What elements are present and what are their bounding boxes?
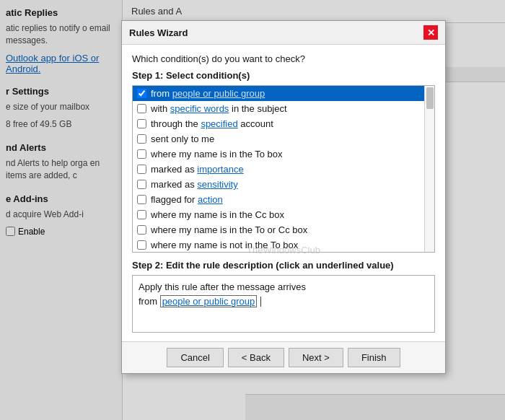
condition-item-7[interactable]: flagged for action (133, 192, 424, 207)
condition-link-1[interactable]: specific words (170, 103, 229, 114)
condition-checkbox-5[interactable] (137, 165, 146, 174)
rule-desc-line1: Apply this rule after the message arrive… (139, 280, 429, 294)
cancel-button[interactable]: Cancel (167, 348, 223, 367)
condition-checkbox-4[interactable] (137, 149, 146, 159)
condition-item-10[interactable]: where my name is not in the To box (133, 237, 424, 252)
condition-item-4[interactable]: where my name is in the To box (133, 146, 424, 162)
condition-link-0[interactable]: people or public group (172, 88, 265, 99)
wizard-question: Which condition(s) do you want to check? (132, 53, 435, 64)
condition-checkbox-1[interactable] (137, 104, 146, 113)
wizard-close-button[interactable]: ✕ (423, 25, 438, 40)
rules-wizard-dialog: Rules Wizard ✕ Which condition(s) do you… (121, 20, 446, 374)
conditions-list-container: from people or public group with specifi… (132, 85, 435, 253)
condition-item-5[interactable]: marked as importance (133, 162, 424, 177)
condition-item-6[interactable]: marked as sensitivity (133, 177, 424, 192)
step2-section: Step 2: Edit the rule description (click… (132, 260, 435, 333)
condition-link-7[interactable]: action (198, 194, 223, 205)
condition-item-3[interactable]: sent only to me (133, 131, 424, 146)
condition-item-8[interactable]: where my name is in the Cc box (133, 207, 424, 222)
wizard-footer: Cancel < Back Next > Finish (122, 341, 445, 373)
rule-desc-link[interactable]: people or public group (160, 295, 258, 307)
rule-desc-line2: from people or public group (139, 294, 429, 309)
condition-checkbox-3[interactable] (137, 134, 146, 144)
condition-item-2[interactable]: through the specified account (133, 116, 424, 131)
conditions-list[interactable]: from people or public group with specifi… (133, 86, 424, 252)
condition-checkbox-9[interactable] (137, 225, 146, 235)
finish-button[interactable]: Finish (348, 348, 400, 367)
step1-label: Step 1: Select condition(s) (132, 70, 435, 81)
conditions-scrollbar-thumb (426, 87, 434, 109)
condition-checkbox-2[interactable] (137, 119, 146, 128)
condition-item-1[interactable]: with specific words in the subject (133, 101, 424, 116)
wizard-titlebar: Rules Wizard ✕ (122, 21, 445, 45)
condition-checkbox-0[interactable] (137, 89, 146, 98)
wizard-body: Which condition(s) do you want to check?… (122, 45, 445, 341)
next-button[interactable]: Next > (289, 348, 343, 367)
step2-description-box: Apply this rule after the message arrive… (132, 275, 435, 333)
condition-link-2[interactable]: specified (201, 118, 237, 129)
condition-item-9[interactable]: where my name is in the To or Cc box (133, 222, 424, 237)
condition-item-0[interactable]: from people or public group (133, 86, 424, 101)
condition-checkbox-8[interactable] (137, 210, 146, 219)
condition-checkbox-7[interactable] (137, 195, 146, 204)
wizard-title: Rules Wizard (129, 27, 188, 38)
condition-link-6[interactable]: sensitivity (197, 179, 237, 190)
back-button[interactable]: < Back (228, 348, 284, 367)
conditions-scrollbar[interactable] (424, 86, 434, 252)
condition-checkbox-10[interactable] (137, 240, 146, 250)
condition-link-5[interactable]: importance (197, 164, 243, 175)
step2-label: Step 2: Edit the rule description (click… (132, 260, 435, 271)
condition-checkbox-6[interactable] (137, 180, 146, 189)
